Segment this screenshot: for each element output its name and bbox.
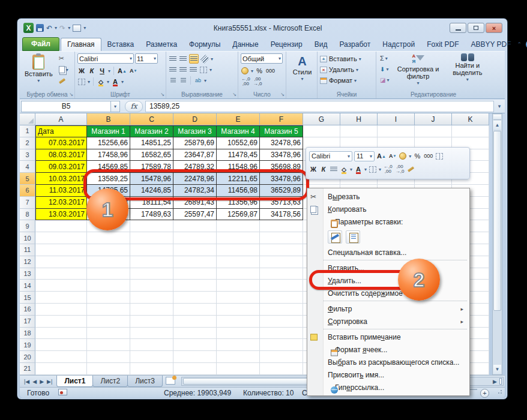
mini-fill-color-button[interactable]: ◇	[340, 164, 348, 174]
orientation-button[interactable]	[200, 54, 209, 64]
cell[interactable]: Дата	[35, 125, 87, 137]
increase-indent-button[interactable]	[179, 76, 187, 85]
prev-sheet-icon[interactable]: ◀	[32, 379, 37, 385]
cell[interactable]	[217, 268, 260, 280]
menu-item-paste-special[interactable]: Специальная вставка...	[307, 246, 469, 259]
cell[interactable]	[130, 304, 173, 316]
paste-option-plain-icon[interactable]	[346, 230, 360, 244]
mini-center-button[interactable]	[330, 164, 338, 174]
ribbon-tab-Вид[interactable]: Вид	[309, 38, 334, 51]
mini-thousands-button[interactable]: 000	[423, 151, 433, 161]
cell[interactable]	[87, 268, 130, 280]
cell[interactable]	[35, 256, 87, 268]
row-header-4[interactable]: 4	[20, 161, 35, 173]
row-header-16[interactable]: 16	[20, 304, 35, 316]
cell[interactable]	[217, 351, 260, 363]
sheet-tab-Лист2[interactable]: Лист2	[92, 376, 128, 387]
row-header-15[interactable]: 15	[20, 292, 35, 304]
cell[interactable]	[173, 256, 217, 268]
align-center-button[interactable]	[179, 65, 187, 74]
cell[interactable]	[87, 292, 130, 304]
cell[interactable]	[130, 363, 173, 375]
cell[interactable]	[130, 292, 173, 304]
cell[interactable]: Магазин 1	[87, 125, 130, 137]
menu-item-copy[interactable]: Копировать	[307, 203, 469, 215]
cell[interactable]: 33478,96	[260, 149, 303, 161]
paste-button[interactable]: Вставить▾	[22, 53, 55, 85]
cell[interactable]	[173, 220, 217, 232]
cell[interactable]	[260, 232, 303, 244]
cell[interactable]	[217, 363, 260, 375]
shrink-font-button[interactable]: А▼	[129, 66, 137, 76]
cell[interactable]: 08.03.2017	[35, 149, 87, 161]
row-header-5[interactable]: 5	[20, 173, 35, 185]
menu-item-format-cells[interactable]: Формат ячеек...	[307, 343, 469, 356]
align-left-button[interactable]	[169, 65, 177, 74]
cell[interactable]	[415, 125, 452, 137]
cell[interactable]: 13.03.2017	[35, 209, 87, 221]
align-right-button[interactable]	[189, 65, 197, 74]
tab-split-handle[interactable]	[499, 378, 502, 385]
cell[interactable]	[130, 244, 173, 256]
cell[interactable]	[130, 256, 173, 268]
mini-decrease-decimal-button[interactable]: ,00→,0	[395, 164, 405, 174]
save-icon[interactable]	[36, 24, 44, 32]
macro-record-icon[interactable]	[58, 389, 67, 395]
resize-grip[interactable]	[497, 389, 503, 395]
paste-option-brush-icon[interactable]	[328, 230, 342, 244]
vertical-scrollbar[interactable]: ▲ ▼	[492, 113, 502, 375]
row-header-2[interactable]: 2	[20, 137, 35, 149]
format-painter-button[interactable]	[58, 76, 67, 86]
print-preview-icon[interactable]	[73, 25, 81, 32]
minimize-button[interactable]	[450, 23, 466, 33]
redo-icon[interactable]: ↷	[59, 24, 65, 32]
underline-button[interactable]: Ч	[98, 66, 106, 76]
borders-button[interactable]	[77, 77, 86, 86]
number-format-select[interactable]: Общий▾	[241, 53, 283, 64]
cell[interactable]	[130, 220, 173, 232]
row-header-17[interactable]: 17	[20, 316, 35, 328]
cell[interactable]: 11.03.2017	[35, 185, 87, 197]
cell[interactable]: Магазин 5	[260, 125, 303, 137]
cell[interactable]	[35, 339, 87, 351]
scroll-down-icon[interactable]: ▼	[493, 365, 501, 374]
vertical-scroll-thumb[interactable]	[493, 131, 501, 311]
cell[interactable]	[217, 292, 260, 304]
merge-center-button[interactable]	[199, 65, 208, 74]
cell[interactable]	[173, 339, 217, 351]
sheet-nav-buttons[interactable]: |◀ ◀ ▶ ▶|	[20, 376, 56, 387]
row-header-1[interactable]: 1	[20, 125, 35, 137]
mini-borders-button[interactable]	[369, 164, 377, 174]
cell[interactable]	[173, 316, 217, 328]
cell[interactable]	[260, 280, 303, 292]
ribbon-tab-Главная[interactable]: Главная	[61, 38, 101, 51]
cell[interactable]	[260, 328, 303, 340]
cell[interactable]	[173, 244, 217, 256]
cell[interactable]	[173, 363, 217, 375]
dialog-launcher-icon[interactable]: ↘	[280, 92, 285, 97]
autosum-button[interactable]: Σ▾	[379, 53, 390, 63]
name-box-dropdown-icon[interactable]: ▾	[111, 101, 120, 112]
cell[interactable]	[260, 339, 303, 351]
cell[interactable]: 07.03.2017	[35, 137, 87, 149]
cell[interactable]	[173, 232, 217, 244]
restore-button[interactable]	[468, 23, 484, 33]
cell[interactable]	[130, 351, 173, 363]
cell[interactable]	[378, 125, 415, 137]
cell[interactable]	[260, 292, 303, 304]
format-cells-button[interactable]: Формат▾	[320, 75, 375, 86]
row-header-18[interactable]: 18	[20, 328, 35, 340]
menu-item-cut[interactable]: Вырезать	[307, 190, 469, 203]
cell[interactable]	[35, 328, 87, 340]
fx-button[interactable]: fx	[125, 101, 143, 112]
column-header-G[interactable]: G	[303, 113, 340, 125]
ribbon-tab-Рецензир[interactable]: Рецензир	[265, 38, 309, 51]
cell[interactable]	[35, 244, 87, 256]
cell[interactable]	[173, 268, 217, 280]
undo-icon[interactable]: ↶	[46, 24, 52, 32]
sort-filter-button[interactable]: АЯ Сортировка и фильтр▾	[393, 53, 443, 89]
cell[interactable]	[87, 363, 130, 375]
row-header-11[interactable]: 11	[20, 244, 35, 256]
scroll-up-icon[interactable]: ▲	[493, 121, 501, 130]
formula-input[interactable]: 13589,25	[145, 101, 494, 112]
